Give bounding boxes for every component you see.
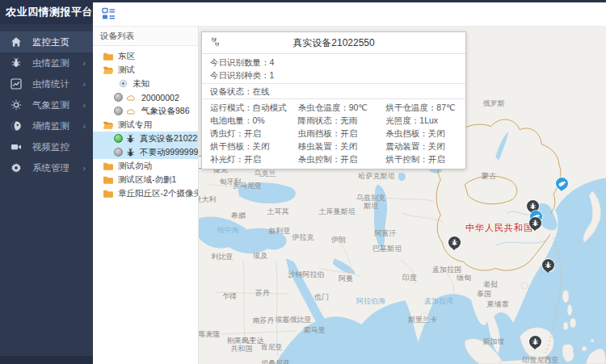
gears-settings-icon[interactable] — [209, 37, 221, 48]
popup-stat-row: 今日识别数量：4 — [202, 56, 465, 69]
sidebar-item-system-manage[interactable]: 系统管理› — [0, 157, 93, 178]
popup-title: 真实设备21022550 — [292, 36, 374, 50]
tree-item-folder[interactable]: 测试区域-勿删1 — [93, 173, 198, 186]
folder-icon — [103, 175, 113, 184]
settings-icon — [11, 162, 22, 174]
tree-folder-label: 东区 — [118, 51, 135, 62]
popup-status-row: 设备状态：在线 — [202, 85, 465, 98]
moisture-icon — [11, 120, 22, 132]
map[interactable]: {""} 俄罗斯蒙古中华人民共和国捷克乌克兰匈牙利 — [199, 27, 606, 364]
popup-field: 烘干仓温度：87℃ — [377, 101, 465, 114]
sidebar-item-label: 虫情统计 — [32, 78, 69, 90]
popup-body: 今日识别数量：4今日识别种类：1 设备状态：在线 运行模式：自动模式杀虫仓温度：… — [202, 54, 465, 169]
device-marker-bug[interactable] — [448, 236, 461, 249]
device-tree: 东区测试未知20000002气象设备986测试专用真实设备21022550不要动… — [93, 46, 198, 200]
tree-device-label: 未知 — [133, 78, 149, 90]
device-list-header: 设备列表 — [93, 27, 198, 46]
tree-folder-label: 测试专用 — [118, 119, 152, 131]
popup-field: 烘干挡板：关闭 — [202, 140, 290, 153]
cloud-icon — [126, 107, 137, 115]
popup-field: 补光灯：开启 — [202, 153, 290, 165]
tree-item-weather-device[interactable]: 20000002 — [93, 90, 198, 104]
device-marker-bug[interactable] — [529, 217, 541, 229]
topbar — [93, 2, 606, 27]
tree-item-folder[interactable]: 测试勿动 — [93, 159, 198, 173]
device-marker-bug[interactable] — [542, 259, 554, 271]
chevron-right-icon: › — [82, 164, 86, 173]
popup-stat-row: 今日识别种类：1 — [202, 69, 465, 82]
popup-field: 降雨状态：无雨 — [290, 114, 378, 127]
chevron-right-icon: › — [82, 80, 86, 89]
popup-field: 烘干控制：开启 — [377, 153, 465, 165]
chevron-right-icon: › — [82, 101, 86, 110]
tree-item-folder[interactable]: 东区 — [93, 49, 198, 63]
sidebar-item-video-monitor[interactable]: 视频监控 — [0, 136, 93, 157]
popup-stats: 今日识别数量：4今日识别种类：1 — [202, 54, 465, 84]
sidebar-nav: 监控主页虫情监测›虫情统计›气象监测›墒情监测›视频监控系统管理› — [0, 24, 93, 178]
app-root: 农业四情测报平台 监控主页虫情监测›虫情统计›气象监测›墒情监测›视频监控系统管… — [0, 0, 606, 364]
status-offline-icon — [114, 148, 123, 157]
sidebar-item-weather-monitor[interactable]: 气象监测› — [0, 94, 93, 115]
sidebar-item-label: 系统管理 — [32, 162, 69, 174]
popup-grid: 运行模式：自动模式杀虫仓温度：90℃烘干仓温度：87℃电池电量：0%降雨状态：无… — [202, 99, 465, 169]
status-offline-icon — [114, 93, 123, 102]
popup-field: 诱虫灯：开启 — [202, 127, 290, 140]
popup-field: 光照度：1Lux — [377, 114, 465, 127]
video-icon — [11, 141, 22, 153]
tree-item-bug-device[interactable]: 不要动99999999 — [93, 145, 198, 159]
tree-device-label: 不要动99999999 — [140, 147, 198, 158]
sidebar-item-label: 视频监控 — [32, 141, 69, 153]
folder-open-icon — [103, 120, 113, 129]
sidebar-item-label: 虫情监测 — [32, 57, 69, 69]
status-online-icon — [114, 134, 123, 143]
tree-item-bug-device[interactable]: 真实设备21022550 — [93, 132, 198, 145]
main-area: 设备列表 东区测试未知20000002气象设备986测试专用真实设备210225… — [93, 0, 606, 364]
folder-open-icon — [103, 65, 113, 74]
popup-field: 杀虫控制：开启 — [290, 153, 378, 165]
device-marker-bug[interactable] — [529, 336, 541, 348]
status-offline-icon — [114, 107, 123, 115]
sidebar-item-insect-stats[interactable]: 虫情统计› — [0, 73, 93, 94]
sidebar-item-insect-monitor[interactable]: 虫情监测› — [0, 52, 93, 73]
sidebar-footer — [0, 356, 93, 364]
tree-device-label: 气象设备986 — [141, 106, 190, 117]
popup-field: 移虫装置：关闭 — [290, 140, 378, 153]
chart-icon — [11, 78, 22, 90]
chevron-right-icon: › — [82, 59, 86, 68]
tree-folder-label: 章丘阳丘区-2个摄像头 — [118, 188, 198, 199]
app-title: 农业四情测报平台 — [0, 0, 93, 24]
popup-field: 虫雨挡板：开启 — [290, 127, 378, 140]
layout-list-icon[interactable] — [102, 7, 116, 21]
content: 设备列表 东区测试未知20000002气象设备986测试专用真实设备210225… — [93, 27, 606, 364]
tree-item-unknown-device[interactable]: 未知 — [93, 77, 198, 90]
sidebar-item-home[interactable]: 监控主页 — [0, 31, 93, 52]
bug-icon — [126, 134, 135, 144]
tree-item-folder-open[interactable]: 测试 — [93, 63, 198, 77]
folder-icon — [103, 189, 113, 198]
folder-icon — [103, 52, 113, 61]
sidebar-item-label: 监控主页 — [32, 36, 69, 48]
bug-icon — [126, 148, 135, 157]
tree-device-label: 20000002 — [141, 93, 179, 103]
target-icon — [119, 79, 128, 88]
device-marker-camera[interactable] — [556, 178, 568, 190]
chevron-right-icon: › — [82, 122, 86, 131]
sidebar-item-label: 墒情监测 — [32, 120, 69, 132]
folder-icon — [103, 161, 113, 170]
sidebar-item-label: 气象监测 — [32, 99, 69, 111]
tree-folder-label: 测试区域-勿删1 — [118, 174, 176, 186]
tree-item-weather-device[interactable]: 气象设备986 — [93, 104, 198, 118]
popup-field: 运行模式：自动模式 — [202, 101, 290, 114]
device-info-popup: 真实设备21022550 今日识别数量：4今日识别种类：1 设备状态：在线 运行… — [201, 31, 466, 169]
popup-field: 电池电量：0% — [202, 114, 290, 127]
sidebar-item-moisture-monitor[interactable]: 墒情监测› — [0, 115, 93, 136]
tree-item-folder[interactable]: 章丘阳丘区-2个摄像头 — [93, 186, 198, 200]
popup-header: 真实设备21022550 — [202, 32, 465, 54]
popup-status: 设备状态：在线 — [202, 84, 465, 99]
tree-item-folder-open[interactable]: 测试专用 — [93, 118, 198, 132]
sidebar: 农业四情测报平台 监控主页虫情监测›虫情统计›气象监测›墒情监测›视频监控系统管… — [0, 0, 93, 364]
device-list-panel: 设备列表 东区测试未知20000002气象设备986测试专用真实设备210225… — [93, 27, 199, 364]
popup-field: 杀虫仓温度：90℃ — [290, 101, 378, 114]
tree-device-label: 真实设备21022550 — [140, 133, 198, 144]
popup-field: 震动装置：关闭 — [377, 140, 465, 153]
